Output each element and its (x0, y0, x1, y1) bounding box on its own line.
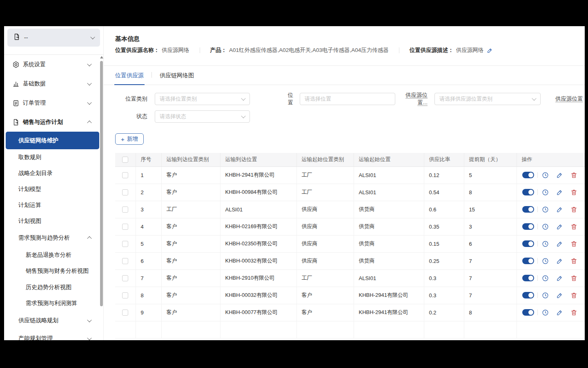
sidebar-item-system-settings[interactable]: 系统设置 (4, 55, 103, 74)
edit-icon[interactable] (556, 189, 563, 196)
delete-icon[interactable] (570, 172, 577, 179)
edit-icon[interactable] (556, 223, 563, 230)
cell-ratio: 0.35 (424, 218, 464, 235)
clock-icon[interactable] (542, 309, 549, 316)
basic-info-row: 位置供应源名称： 供应源网络 产品： A01红外感应传感器,A02电感开关,A0… (115, 47, 585, 54)
sidebar-item-demand-forecast-profit-estimation[interactable]: 需求预测与利润测算 (4, 296, 103, 312)
clock-icon[interactable] (542, 172, 549, 179)
chevron-down-icon (87, 61, 91, 66)
delete-icon[interactable] (570, 309, 577, 316)
tab-location-supply-source[interactable]: 位置供应源 (115, 72, 144, 85)
delete-icon[interactable] (570, 240, 577, 247)
cell-seq: 9 (136, 304, 161, 321)
status-toggle[interactable] (522, 172, 534, 178)
delete-icon[interactable] (570, 189, 577, 196)
row-checkbox[interactable] (122, 275, 128, 281)
sidebar-item-supply-chain-strategic-planning[interactable]: 供应链战略规划 (4, 312, 103, 330)
edit-icon[interactable] (556, 172, 563, 179)
status-toggle[interactable] (522, 223, 534, 230)
sidebar-scrollbar[interactable] (100, 54, 103, 340)
cell-to-location: KHBH-02350有限公司 (220, 235, 296, 252)
clock-icon[interactable] (542, 258, 549, 265)
row-checkbox[interactable] (122, 258, 128, 264)
edit-icon[interactable] (556, 206, 563, 213)
tab-supply-chain-network-graph[interactable]: 供应链网络图 (160, 72, 194, 85)
cell-to-location: KHBH-02169有限公司 (220, 218, 296, 235)
chevron-down-icon (87, 336, 91, 340)
chevron-up-icon (87, 120, 91, 125)
row-checkbox[interactable] (122, 172, 128, 178)
clock-icon[interactable] (542, 189, 549, 196)
cell-lead-time: 7 (464, 287, 517, 304)
sidebar-item-planning-model[interactable]: 计划模型 (4, 181, 103, 197)
row-checkbox[interactable] (122, 292, 128, 298)
sidebar-item-label: 取数规则 (18, 154, 41, 161)
edit-icon[interactable] (556, 240, 563, 247)
chevron-down-icon (90, 35, 95, 39)
sidebar-item-strategic-planning-catalog[interactable]: 战略企划目录 (4, 165, 103, 181)
delete-icon[interactable] (570, 223, 577, 230)
delete-icon[interactable] (570, 292, 577, 299)
location-type-label: 位置类别 (115, 95, 147, 103)
cell-to-location: KHBH-00032有限公司 (220, 252, 296, 269)
clock-icon[interactable] (542, 275, 549, 282)
sidebar-item-label: 计划模型 (18, 186, 41, 193)
source-location-type-select[interactable]: 请选择供应源位置类别 (434, 93, 541, 105)
sidebar-item-planning-calculation[interactable]: 计划运算 (4, 197, 103, 213)
clock-icon[interactable] (542, 292, 549, 299)
edit-icon[interactable] (556, 258, 563, 265)
sidebar-item-demand-forecast-trend-analysis[interactable]: 需求预测与趋势分析 (4, 229, 103, 247)
add-button[interactable]: + 新增 (115, 133, 144, 145)
status-toggle[interactable] (522, 206, 534, 213)
row-checkbox[interactable] (122, 189, 128, 195)
column-header: 操作 (517, 153, 585, 166)
row-checkbox[interactable] (122, 224, 128, 230)
edit-icon[interactable] (556, 292, 563, 299)
sidebar-item-order-management[interactable]: 订单管理 (4, 93, 103, 112)
status-toggle[interactable] (522, 309, 534, 316)
row-checkbox[interactable] (122, 206, 128, 213)
sidebar-item-new-old-product-exit-analysis[interactable]: 新老品退换市分析 (4, 247, 103, 263)
status-toggle[interactable] (522, 189, 534, 195)
delete-icon[interactable] (570, 275, 577, 282)
row-checkbox[interactable] (122, 241, 128, 247)
delete-icon[interactable] (570, 258, 577, 265)
status-select[interactable]: 请选择状态 (155, 110, 250, 123)
column-header: 运输到达位置类别 (161, 153, 220, 166)
sidebar-item-sales-forecast-finance-view[interactable]: 销售预测与财务分析视图 (4, 263, 103, 280)
sidebar-item-base-data[interactable]: 基础数据 (4, 74, 103, 93)
clock-icon[interactable] (542, 240, 549, 247)
cell-ratio: 0.15 (424, 235, 464, 252)
chevron-down-icon (241, 114, 245, 118)
cell-from-type: 客户 (296, 287, 354, 304)
status-toggle[interactable] (522, 258, 534, 264)
location-type-select[interactable]: 请选择位置类别 (155, 93, 250, 105)
select-all-checkbox[interactable] (122, 157, 128, 163)
workspace-select[interactable]: -- (7, 29, 100, 47)
sidebar-item-label: 系统设置 (23, 61, 46, 68)
sidebar-item-supply-chain-network-maintenance[interactable]: 供应链网络维护 (6, 132, 99, 149)
edit-icon[interactable] (556, 275, 563, 282)
scrollbar-thumb[interactable] (100, 61, 103, 306)
cell-to-location: ALSI01 (220, 201, 296, 218)
sidebar-item-history-trend-analysis-view[interactable]: 历史趋势分析视图 (4, 279, 103, 296)
sidebar-item-sales-operations-planning[interactable]: 销售与运作计划 (4, 112, 103, 132)
clock-icon[interactable] (542, 223, 549, 230)
status-toggle[interactable] (522, 275, 534, 281)
table-row: 2 客户 KHBH-00984有限公司 工厂 ALSI01 0.54 8 (115, 184, 585, 201)
location-input[interactable]: 请选择位置 (300, 93, 395, 105)
sidebar-item-label: 基础数据 (23, 80, 46, 88)
field-divider (200, 47, 200, 53)
sidebar-item-capacity-planning-management[interactable]: 产能规划管理 (4, 330, 103, 340)
sidebar-item-planning-view[interactable]: 计划视图 (4, 213, 103, 229)
scrollbar-up-arrow-icon[interactable] (100, 56, 103, 58)
edit-icon[interactable] (556, 309, 563, 316)
status-toggle[interactable] (522, 292, 534, 298)
row-checkbox[interactable] (122, 310, 128, 316)
delete-icon[interactable] (570, 206, 577, 213)
clock-icon[interactable] (542, 206, 549, 213)
status-toggle[interactable] (522, 240, 534, 247)
chevron-down-icon (87, 318, 91, 322)
sidebar-item-data-fetch-rules[interactable]: 取数规则 (4, 149, 103, 165)
edit-icon[interactable] (487, 47, 493, 54)
